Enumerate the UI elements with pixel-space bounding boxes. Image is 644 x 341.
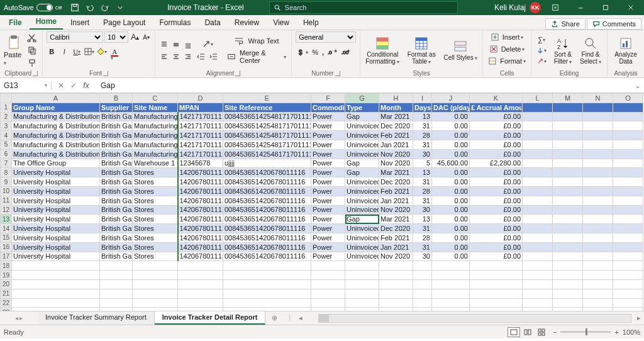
cell[interactable]: British Gas bbox=[100, 196, 133, 205]
cell[interactable] bbox=[583, 196, 613, 205]
copy-button[interactable] bbox=[26, 45, 38, 56]
cell[interactable]: 008453651420678011116 bbox=[223, 196, 311, 205]
cell[interactable] bbox=[100, 298, 133, 308]
cell[interactable]: ujjjj bbox=[223, 159, 311, 168]
cell[interactable] bbox=[613, 308, 643, 311]
cell[interactable]: Stores bbox=[133, 177, 178, 187]
cell[interactable] bbox=[413, 261, 432, 271]
cell[interactable]: Feb 2021 bbox=[379, 131, 413, 140]
zoom-out-button[interactable]: − bbox=[553, 328, 557, 336]
cell[interactable] bbox=[553, 261, 583, 271]
cell[interactable]: 1420678011118 bbox=[178, 186, 223, 196]
cell[interactable]: 1420678011119 bbox=[178, 252, 223, 261]
horizontal-scrollbar[interactable] bbox=[318, 314, 631, 323]
cell[interactable] bbox=[178, 308, 223, 311]
cell[interactable] bbox=[470, 261, 523, 271]
number-format-select[interactable]: General bbox=[296, 31, 356, 43]
cell[interactable] bbox=[583, 205, 613, 215]
align-left-button[interactable] bbox=[159, 52, 169, 62]
cell[interactable] bbox=[583, 140, 613, 149]
cell[interactable]: Mar 2021 bbox=[379, 168, 413, 177]
cell[interactable] bbox=[583, 233, 613, 242]
cell[interactable] bbox=[553, 177, 583, 187]
cell[interactable] bbox=[553, 242, 583, 252]
qat-customize[interactable] bbox=[113, 1, 127, 14]
cell[interactable]: £0.00 bbox=[470, 205, 523, 215]
cell[interactable]: £0.00 bbox=[470, 112, 523, 121]
cell[interactable] bbox=[413, 308, 432, 311]
col-header-B[interactable]: B bbox=[100, 94, 133, 103]
cell[interactable]: Power bbox=[311, 242, 345, 252]
cell[interactable] bbox=[223, 298, 311, 308]
cell[interactable]: British Gas bbox=[100, 242, 133, 252]
accounting-format-button[interactable]: $ bbox=[296, 47, 309, 58]
cell[interactable] bbox=[613, 242, 643, 252]
cell[interactable]: £0.00 bbox=[470, 131, 523, 140]
cell[interactable]: Manufacturing & Distribution bbox=[12, 140, 100, 149]
cell[interactable]: University Hospital bbox=[12, 205, 100, 215]
cell[interactable] bbox=[523, 279, 553, 289]
cell[interactable]: 31 bbox=[413, 177, 432, 187]
cell[interactable]: £0.00 bbox=[470, 121, 523, 131]
cell[interactable]: Nov 2020 bbox=[379, 159, 413, 168]
cell[interactable]: Power bbox=[311, 215, 345, 224]
cell[interactable] bbox=[583, 308, 613, 311]
autosum-button[interactable]: ∑ bbox=[535, 35, 548, 45]
cell[interactable]: Uninvoiced bbox=[345, 121, 379, 131]
cell[interactable] bbox=[523, 186, 553, 196]
cell[interactable] bbox=[553, 233, 583, 242]
cell[interactable] bbox=[100, 279, 133, 289]
cell[interactable]: Mar 2021 bbox=[379, 112, 413, 121]
clear-button[interactable] bbox=[535, 56, 548, 66]
conditional-formatting-button[interactable]: Conditional Formatting bbox=[364, 36, 401, 65]
cancel-formula-button[interactable]: ✕ bbox=[55, 81, 67, 90]
cell[interactable] bbox=[432, 271, 470, 280]
cell[interactable]: 1421717011110 bbox=[178, 149, 223, 159]
cell[interactable] bbox=[523, 159, 553, 168]
cell[interactable]: 0.00 bbox=[432, 177, 470, 187]
cell[interactable]: British Gas bbox=[100, 159, 133, 168]
cell[interactable] bbox=[379, 308, 413, 311]
cell[interactable]: £0.00 bbox=[470, 233, 523, 242]
cell[interactable] bbox=[613, 215, 643, 224]
cell[interactable]: 30 bbox=[413, 205, 432, 215]
cell[interactable] bbox=[583, 159, 613, 168]
col-header-L[interactable]: L bbox=[523, 94, 553, 103]
cell[interactable]: Uninvoiced bbox=[345, 224, 379, 233]
cell[interactable]: 0.00 bbox=[432, 196, 470, 205]
cell[interactable] bbox=[553, 121, 583, 131]
cell[interactable]: Uninvoiced bbox=[345, 140, 379, 149]
decrease-font-button[interactable]: A▾ bbox=[142, 33, 151, 42]
cell[interactable]: Nov 2020 bbox=[379, 149, 413, 159]
zoom-percent[interactable]: 100% bbox=[623, 328, 640, 336]
cell[interactable] bbox=[583, 177, 613, 187]
cell[interactable]: £0.00 bbox=[470, 140, 523, 149]
cell[interactable]: Site Reference bbox=[223, 103, 311, 112]
cell[interactable]: 008453651425481717011119 bbox=[223, 149, 311, 159]
cell[interactable] bbox=[345, 289, 379, 298]
underline-button[interactable]: U bbox=[72, 47, 82, 57]
cell[interactable]: Power bbox=[311, 159, 345, 168]
cell[interactable] bbox=[553, 289, 583, 298]
cell[interactable] bbox=[133, 279, 178, 289]
cell[interactable] bbox=[345, 308, 379, 311]
cell[interactable]: 0.00 bbox=[432, 168, 470, 177]
cell[interactable] bbox=[523, 215, 553, 224]
cell[interactable] bbox=[553, 252, 583, 261]
cell[interactable]: 1420678011118 bbox=[178, 177, 223, 187]
cell[interactable]: Manufacturing bbox=[133, 149, 178, 159]
cell[interactable]: Gap bbox=[345, 168, 379, 177]
cell[interactable]: 0.00 bbox=[432, 140, 470, 149]
cell[interactable]: Manufacturing bbox=[133, 140, 178, 149]
tab-review[interactable]: Review bbox=[228, 16, 265, 30]
cell[interactable] bbox=[523, 252, 553, 261]
cell[interactable] bbox=[311, 279, 345, 289]
cell[interactable]: 31 bbox=[413, 242, 432, 252]
cell[interactable] bbox=[432, 298, 470, 308]
cell[interactable]: 12345678 bbox=[178, 159, 223, 168]
cell[interactable]: Uninvoiced bbox=[345, 196, 379, 205]
cell[interactable]: 31 bbox=[413, 224, 432, 233]
cell[interactable]: Power bbox=[311, 168, 345, 177]
cell[interactable]: Site Name bbox=[133, 103, 178, 112]
cell[interactable] bbox=[613, 103, 643, 112]
